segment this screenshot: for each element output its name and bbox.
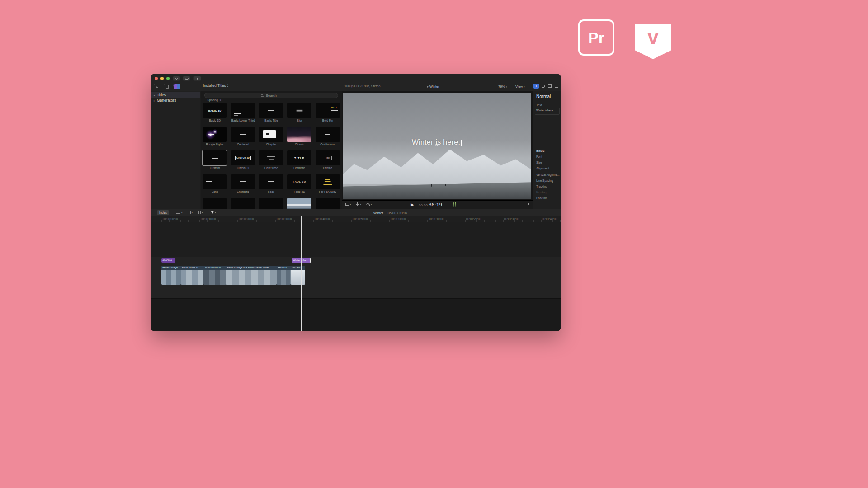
timeline-clip-6[interactable]: Two ano... — [291, 266, 305, 285]
title-item-dramatic[interactable]: TITLE Dramatic — [285, 150, 313, 174]
view-dropdown[interactable]: View ▾ — [515, 84, 525, 89]
inspector-row-baseline[interactable]: Baseline — [536, 197, 561, 202]
title-thumbnail — [231, 174, 255, 189]
timeline-clip-5[interactable]: Aerial of... — [277, 266, 291, 285]
clip-appearance-menu-1[interactable]: ▾ — [176, 211, 183, 214]
title-item-partial[interactable] — [201, 198, 229, 209]
retime-menu[interactable]: ▾ — [366, 203, 372, 206]
title-item-custom-3d[interactable]: CUSTOM 3D Custom 3D — [229, 150, 257, 174]
title-item-continuous[interactable]: Continuous — [314, 127, 342, 151]
viewer-project-name: Winter — [429, 84, 439, 89]
premiere-pro-logo: Pr — [578, 19, 614, 56]
transform-crop-menu[interactable]: ▾ — [345, 203, 351, 206]
audio-meters[interactable] — [453, 202, 456, 207]
title-item-basic-title[interactable]: Basic Title — [257, 103, 285, 127]
keyword-editor-button[interactable] — [183, 76, 190, 81]
title-label-partial — [314, 99, 342, 102]
title-item-partial[interactable] — [314, 198, 342, 209]
title-item-bold-fin[interactable]: TITLE Bold Fin — [314, 103, 342, 127]
window-titlebar: Installed Titles ▴▾ 1080p HD 23.98p, Ste… — [151, 74, 561, 91]
timeline-clip-3[interactable]: Slow motion fo... — [203, 266, 226, 285]
installed-titles-dropdown[interactable]: Installed Titles ▴▾ — [203, 84, 228, 88]
title-thumbnail: TITLE — [287, 150, 311, 165]
inspector-rows: Font Size Alignment Vertical Alignme... … — [536, 155, 561, 203]
timeline-clip-2[interactable]: Aerial drone lo... — [181, 266, 203, 285]
viewer-tool-menus: ▾ ▾ ▾ — [345, 202, 372, 206]
playhead[interactable] — [301, 216, 302, 331]
clip-appearance-menu-2[interactable]: ▾ — [187, 211, 193, 214]
tab-video-inspector[interactable] — [547, 84, 552, 89]
title-thumbnail — [231, 198, 255, 209]
minimize-window-button[interactable] — [160, 77, 164, 80]
title-item-boogie-lights[interactable]: Boogie Lights — [201, 127, 229, 151]
retime-icon — [366, 203, 370, 206]
timeline-clip-4[interactable]: Aerial footage of a snowboarder traver..… — [226, 266, 277, 285]
timeline-clip-1[interactable]: Aerial footage... — [161, 266, 181, 285]
ruler-timecode: 00:00:50:00 — [353, 217, 368, 221]
chevron-down-icon: ▾ — [524, 85, 525, 88]
title-item-fade-3d[interactable]: FADE 3D Fade 3D — [285, 174, 313, 198]
inspector-row-vertical-alignment[interactable]: Vertical Alignme... — [536, 173, 561, 179]
title-item-drifting[interactable]: Title Drifting — [314, 150, 342, 174]
inspector-row-font[interactable]: Font — [536, 155, 561, 161]
inspector-row-alignment[interactable]: Alignment — [536, 167, 561, 173]
index-button[interactable]: Index — [157, 210, 169, 215]
title-item-echo[interactable]: Echo — [201, 174, 229, 198]
title-thumbnail — [203, 198, 227, 209]
play-button[interactable]: ▶ — [411, 202, 414, 207]
title-item-custom[interactable]: Custom — [201, 150, 229, 174]
effects-menu[interactable]: ▾ — [356, 202, 362, 206]
title-item-partial[interactable] — [257, 198, 285, 209]
text-value-field[interactable]: Winter is here. — [535, 108, 560, 115]
title-thumbnail — [259, 198, 283, 209]
title-thumbnail — [203, 174, 227, 189]
tab-text-inspector[interactable]: T — [533, 84, 539, 89]
timeline-project-info: Winter 05:00 / 39:07 — [373, 211, 407, 215]
disclosure-triangle-icon[interactable]: ▸ — [154, 94, 155, 97]
chevron-down-icon: ▾ — [371, 203, 372, 206]
music-browser-icon[interactable] — [164, 84, 170, 89]
zoom-window-button[interactable] — [166, 77, 170, 80]
inspector-row-tracking[interactable]: Tracking — [536, 185, 561, 191]
tab-title-inspector[interactable] — [540, 84, 546, 89]
zoom-level-dropdown[interactable]: 79% ▾ — [498, 84, 507, 89]
title-item-partial[interactable] — [229, 198, 257, 209]
clip-filmstrip — [181, 270, 203, 285]
tab-info-inspector[interactable] — [554, 84, 559, 89]
title-item-chapter[interactable]: Chapter — [257, 127, 285, 151]
titles-generators-browser-icon[interactable] — [174, 84, 180, 89]
sidebar-item-titles[interactable]: ▸ Titles — [151, 92, 200, 98]
timeline-clip-alaska[interactable]: ALASKA... — [161, 258, 175, 263]
title-item-partial[interactable] — [285, 198, 313, 209]
title-thumbnail: TITLE — [316, 103, 340, 118]
timeline-duration-info: 05:00 / 39:07 — [388, 211, 408, 215]
tools-button[interactable] — [193, 76, 201, 81]
disclosure-triangle-icon[interactable]: ▸ — [154, 99, 155, 102]
clip-lanes-icon — [176, 211, 180, 214]
title-item-basic-3d[interactable]: BASIC 3D Basic 3D — [201, 103, 229, 127]
title-item-centered[interactable]: Centered — [229, 127, 257, 151]
title-item-fade[interactable]: Fade — [257, 174, 285, 198]
title-item-energetic[interactable]: Energetic — [229, 174, 257, 198]
search-field[interactable] — [204, 93, 338, 98]
close-window-button[interactable] — [155, 77, 158, 80]
title-item-blur[interactable]: Blur — [285, 103, 313, 127]
inspector-row-line-spacing[interactable]: Line Spacing — [536, 179, 561, 185]
title-style-preset[interactable]: Normal — [536, 94, 551, 99]
import-media-button[interactable] — [173, 76, 180, 81]
photos-browser-icon[interactable] — [154, 84, 160, 89]
tool-select-menu[interactable]: ▾ — [212, 211, 216, 214]
sidebar-item-label: Generators — [157, 98, 176, 103]
inspector-row-kerning[interactable]: Kerning — [536, 191, 561, 197]
sidebar-item-generators[interactable]: ▸ Generators — [151, 98, 200, 103]
title-label-partial: Spacing 3D — [201, 99, 229, 102]
title-item-far-far-away[interactable]: Far Far Away — [314, 174, 342, 198]
title-item-basic-lower-third[interactable]: Basic Lower Third — [229, 103, 257, 127]
inspector-row-size[interactable]: Size — [536, 161, 561, 167]
search-input[interactable] — [205, 93, 338, 98]
title-item-date-time[interactable]: Date/Time — [257, 150, 285, 174]
timeline-ruler[interactable]: 00:00:00:00 00:00:10:00 00:00:20:00 00:0… — [151, 216, 561, 222]
fullscreen-icon[interactable] — [525, 203, 529, 206]
title-item-clouds[interactable]: Clouds — [285, 127, 313, 151]
clip-appearance-menu-3[interactable]: ▾ — [197, 211, 203, 214]
